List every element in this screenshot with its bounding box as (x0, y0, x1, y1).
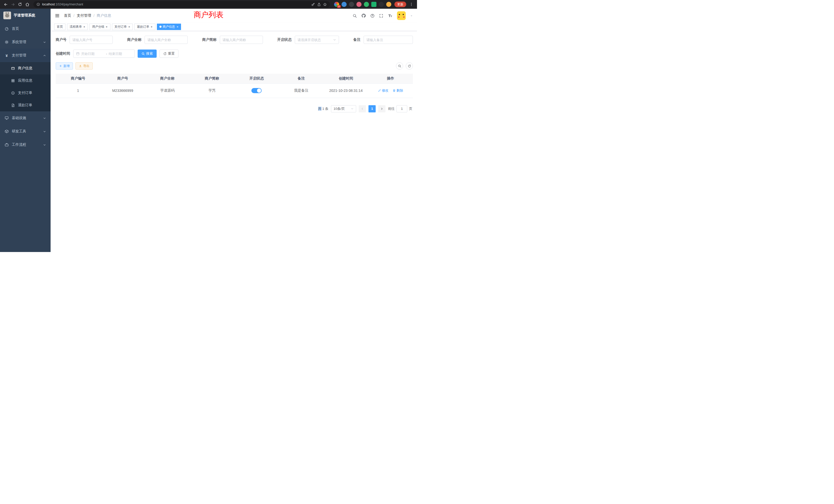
delete-button[interactable]: 删除 (393, 88, 403, 93)
tab-refund-order[interactable]: 退款订单 (134, 24, 155, 30)
browser-back-button[interactable] (2, 1, 9, 8)
sidebar-item-payment[interactable]: ¥ 支付管理 (0, 49, 50, 62)
date-start-input[interactable] (81, 52, 105, 56)
browser-reload-button[interactable] (17, 1, 24, 8)
close-icon[interactable] (83, 25, 85, 28)
sidebar-item-workflow[interactable]: 工作流程 (0, 138, 50, 152)
sidebar-item-pay-order[interactable]: 支付订单 (0, 87, 50, 99)
document-icon (11, 103, 15, 107)
add-button[interactable]: 新增 (56, 62, 73, 70)
export-button[interactable]: 导出 (75, 62, 93, 70)
extension-icon-black[interactable] (379, 2, 384, 7)
sidebar-item-merchant-info[interactable]: 商户信息 (0, 62, 50, 74)
cell-actions: 修改 删除 (368, 84, 413, 98)
field-full-name: 商户全称 (127, 36, 188, 44)
browser-menu-icon[interactable] (408, 1, 415, 8)
yen-icon: ¥ (5, 53, 9, 58)
status-select-field[interactable] (298, 38, 331, 42)
refresh-button[interactable] (406, 62, 413, 70)
sidebar-item-app-info[interactable]: 应用信息 (0, 74, 50, 87)
sidebar-item-home[interactable]: 首页 (0, 22, 50, 36)
create-time-range-picker[interactable]: - (73, 49, 135, 58)
bookmark-star-icon[interactable] (323, 3, 327, 6)
caret-down-icon[interactable] (410, 14, 413, 17)
address-bar[interactable]: localhost:1024/pay/merchant (34, 1, 330, 8)
reset-button[interactable]: 重置 (159, 49, 178, 58)
next-page-button[interactable] (378, 105, 386, 112)
sidebar-item-label: 商户信息 (18, 66, 32, 71)
extension-icon-green-square[interactable] (371, 2, 376, 7)
col-merchant-no: 商户号 (101, 74, 145, 84)
toggle-search-button[interactable] (396, 62, 403, 70)
breadcrumb: 首页 / 支付管理 / 商户信息 (64, 13, 111, 18)
field-label: 创建时间 (56, 51, 70, 56)
breadcrumb-home[interactable]: 首页 (64, 13, 71, 18)
monitor-icon (5, 116, 9, 120)
extension-icon-green-circle[interactable] (364, 2, 369, 7)
status-select[interactable] (295, 36, 339, 44)
close-icon[interactable] (151, 25, 153, 28)
tab-pay-order[interactable]: 支付订单 (112, 24, 133, 30)
search-icon[interactable] (353, 14, 357, 18)
font-size-icon[interactable] (388, 14, 393, 18)
sidebar-item-infrastructure[interactable]: 基础设施 (0, 111, 50, 125)
browser-forward-button[interactable] (9, 1, 17, 8)
sidebar-item-system[interactable]: 系统管理 (0, 36, 50, 49)
page-size-select[interactable]: 10条/页 (331, 105, 356, 112)
tab-process-form[interactable]: 流程表单 (67, 24, 88, 30)
pagination-total: 共 1 条 (318, 107, 328, 111)
gear-icon (5, 40, 9, 44)
tab-home[interactable]: 首页 (54, 24, 65, 30)
extension-icon-blue[interactable] (342, 2, 347, 7)
col-full-name: 商户全称 (145, 74, 190, 84)
payment-submenu: 商户信息 应用信息 支付订单 退款订单 (0, 62, 50, 111)
help-icon[interactable] (370, 14, 375, 18)
page-1-button[interactable]: 1 (369, 105, 376, 112)
status-toggle[interactable] (251, 88, 262, 93)
sidebar-item-refund-order[interactable]: 退款订单 (0, 99, 50, 111)
short-name-input-field[interactable] (223, 38, 260, 42)
field-label: 备注 (353, 38, 360, 42)
tab-merchant-info[interactable]: 商户信息 (157, 24, 181, 30)
chevron-down-icon (43, 117, 46, 120)
close-icon[interactable] (128, 25, 130, 28)
goto-page-input[interactable] (396, 105, 407, 112)
github-icon[interactable] (361, 13, 366, 18)
close-icon[interactable] (176, 25, 178, 28)
site-info-icon[interactable] (37, 3, 40, 6)
browser-update-button[interactable]: 更新 (394, 2, 406, 7)
date-end-input[interactable] (109, 52, 132, 56)
share-icon[interactable] (317, 3, 321, 6)
sidebar: 芋道管理系统 首页 系统管理 ¥ 支付管理 (0, 9, 50, 252)
full-name-input[interactable] (145, 36, 188, 44)
short-name-input[interactable] (220, 36, 263, 44)
remark-input-field[interactable] (367, 38, 410, 42)
extension-icon-dark[interactable] (349, 2, 354, 7)
merchant-no-input-field[interactable] (72, 38, 110, 42)
extension-icon-colorwheel[interactable]: 10 (334, 2, 339, 7)
full-name-input-field[interactable] (147, 38, 185, 42)
breadcrumb-current: 商户信息 (97, 13, 111, 18)
close-icon[interactable] (106, 25, 108, 28)
sidebar-item-devtools[interactable]: 研发工具 (0, 125, 50, 138)
app-logo[interactable]: 芋道管理系统 (0, 9, 50, 22)
hamburger-icon[interactable] (55, 13, 60, 18)
app-title: 芋道管理系统 (14, 13, 35, 18)
profile-avatar-icon[interactable] (386, 2, 391, 7)
browser-home-button[interactable] (24, 1, 31, 8)
tab-user-group[interactable]: 用户分组 (89, 24, 110, 30)
sidebar-item-label: 支付管理 (12, 53, 26, 58)
search-button[interactable]: 搜索 (138, 49, 157, 58)
sidebar-item-label: 支付订单 (18, 91, 32, 95)
fullscreen-icon[interactable] (379, 14, 383, 18)
prev-page-button[interactable] (359, 105, 366, 112)
url-text[interactable]: localhost:1024/pay/merchant (42, 3, 83, 6)
edit-button[interactable]: 修改 (378, 88, 389, 93)
password-key-icon[interactable] (311, 3, 315, 6)
field-label: 商户简称 (202, 38, 217, 42)
extension-icon-pink[interactable] (356, 2, 361, 7)
remark-input[interactable] (364, 36, 413, 44)
breadcrumb-payment[interactable]: 支付管理 (77, 13, 91, 18)
merchant-no-input[interactable] (70, 36, 113, 44)
user-avatar[interactable] (397, 11, 406, 20)
